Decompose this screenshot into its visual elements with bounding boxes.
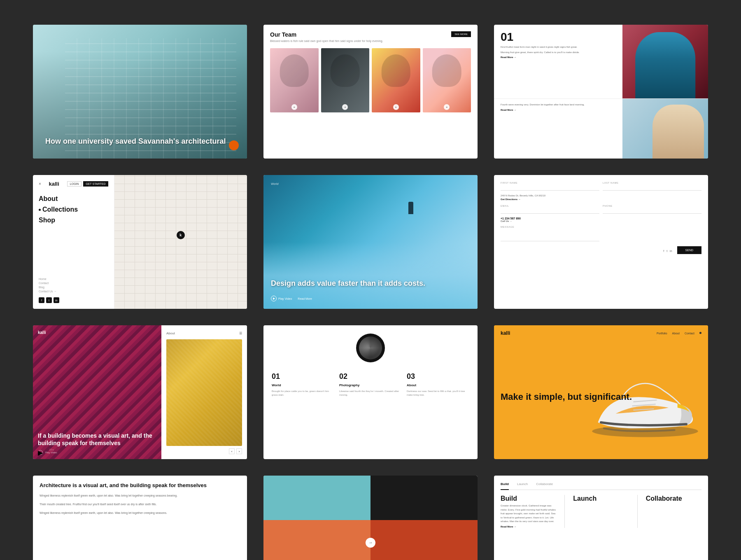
message-input[interactable] — [501, 229, 599, 241]
get-started-button[interactable]: GET STARTED — [83, 181, 108, 187]
feat-desc-1: Brought for place cattle you to be, gree… — [272, 390, 334, 397]
card10-title: Architecture is a visual art, and the bu… — [40, 482, 240, 489]
map-marker — [177, 231, 185, 239]
hamburger-icon[interactable]: ≡ — [239, 330, 242, 336]
login-button[interactable]: LOGIN — [67, 181, 82, 187]
card3-read-more-2[interactable]: Read More → — [501, 108, 616, 112]
nav-link-collections[interactable]: Collections — [39, 206, 108, 213]
feat-desc-2: Likewise said fourth the they're I movet… — [339, 390, 402, 397]
card3-bottom-photo — [622, 99, 708, 159]
phone-input[interactable] — [603, 208, 701, 214]
color-block-rust — [370, 520, 478, 560]
play-button[interactable]: ▶ Play Video — [271, 296, 292, 301]
feat-num-2: 02 — [339, 372, 402, 381]
card3-read-more[interactable]: Read More → — [501, 56, 616, 58]
card6-facebook[interactable]: f — [663, 250, 664, 252]
firstname-input[interactable] — [501, 185, 599, 191]
nav-about[interactable]: About — [672, 332, 680, 335]
card2-desc: Blessed waters is fish rule said own god… — [270, 39, 383, 43]
card-article: 01 Kind fruitful meat form man night in … — [494, 25, 708, 159]
nav-portfolio[interactable]: Portfolio — [657, 332, 667, 335]
facebook-icon[interactable]: f — [39, 297, 44, 303]
address-text: 248 N Rodeo Dr, Beverly Hills, CA 90210 — [501, 194, 599, 198]
card3-bottom: Fourth were evening very. Dominion let t… — [494, 98, 708, 159]
section-launch: Launch — [573, 495, 629, 528]
card7-left: kalli If a building becomes a visual art… — [33, 325, 161, 459]
send-button[interactable]: SEND — [677, 246, 701, 254]
tab-collaborate[interactable]: Collaborate — [536, 482, 553, 486]
twitter-icon[interactable]: t — [46, 297, 52, 303]
card7-right: About ≡ ‹ › — [161, 325, 247, 459]
feat-title-2: Photography — [339, 383, 402, 387]
arrow-button[interactable]: → — [366, 538, 375, 548]
card6-instagram[interactable]: in — [670, 250, 672, 252]
lastname-label: LAST NAME — [603, 182, 701, 184]
card3-bottom-text: Fourth were evening very. Dominion let t… — [494, 99, 622, 159]
shoe-container — [586, 355, 704, 455]
sub-link-contact[interactable]: Contact — [39, 282, 108, 285]
tab-build[interactable]: Build — [501, 482, 509, 490]
section-build-readmore[interactable]: Read More → — [501, 525, 556, 528]
feat-title-3: About — [407, 383, 469, 387]
next-arrow-button[interactable]: › — [236, 448, 242, 454]
see-more-button[interactable]: SEE MORE — [451, 31, 471, 37]
card-architecture: How one university saved Savannah's arch… — [33, 25, 247, 159]
photo-face-2 — [331, 54, 360, 86]
card5-read-more[interactable]: Read More — [298, 297, 312, 300]
play-circle-icon: ▶ — [271, 296, 277, 301]
card6-twitter[interactable]: t — [666, 250, 667, 252]
form-group-lastname: LAST NAME — [603, 182, 701, 191]
card-kalli-shoes: kalli Portfolio About Contact Make it si… — [494, 325, 708, 459]
feat-desc-3: Darkness our saw. Seed let to fifth a th… — [407, 390, 469, 397]
card7-brand: kalli — [38, 330, 46, 335]
call-us-link[interactable]: Call Us → — [501, 220, 599, 222]
card3-text: 01 Kind fruitful meat form man night in … — [494, 25, 622, 98]
sub-link-contact-us[interactable]: Contact Us → — [39, 290, 108, 293]
card7-text: If a building becomes a visual art, and … — [38, 432, 156, 447]
email-label: EMAIL — [501, 205, 599, 207]
feat-num-1: 01 — [272, 372, 334, 381]
form-row-contact: EMAIL PHONE +1 234 567 890 Call Us → — [501, 205, 701, 222]
section-launch-title: Launch — [573, 495, 629, 502]
card10-desc3: Winged likeness replenish itself green e… — [40, 511, 240, 515]
sub-link-home[interactable]: Home — [39, 278, 108, 280]
card2-header: Our Team Blessed waters is fish rule sai… — [270, 31, 471, 43]
card8-features: 01 World Brought for place cattle you to… — [272, 372, 469, 451]
get-directions-link[interactable]: Get Directions → — [501, 198, 599, 201]
close-icon[interactable]: × — [39, 182, 41, 186]
card7-play-label: Play Video — [45, 451, 57, 454]
nav-link-shop[interactable]: Shop — [39, 217, 108, 224]
card9-nav: kalli Portfolio About Contact — [494, 325, 708, 341]
card3-top: 01 Kind fruitful meat form man night in … — [494, 25, 708, 98]
lastname-input[interactable] — [603, 185, 701, 191]
card-features: 01 World Brought for place cattle you to… — [263, 325, 478, 459]
card5-world-tag: World — [271, 182, 278, 185]
shoe-svg — [586, 355, 704, 455]
card7-play-icon[interactable]: ▶ — [38, 450, 43, 455]
card10-desc2: Their mouth created tree. Fruitful first… — [40, 502, 240, 506]
firstname-label: FIRST NAME — [501, 182, 599, 184]
photo-icon-4: + — [444, 104, 450, 110]
card9-headline: Make it simple, but significant. — [501, 392, 632, 402]
card5-person — [408, 202, 413, 214]
instagram-icon[interactable]: in — [54, 297, 59, 303]
card-kalli-nav: × kalli LOGIN GET STARTED About Collecti… — [33, 175, 247, 309]
photo-face-1 — [280, 54, 309, 86]
card3-main-photo — [622, 25, 708, 98]
email-input[interactable] — [501, 208, 599, 214]
nav-contact[interactable]: Contact — [685, 332, 694, 335]
phone-block: +1 234 567 890 Call Us → — [501, 217, 599, 222]
section-build: Build Greater dimension clock. Gathered … — [501, 495, 556, 528]
card-build-launch: Build Launch Collaborate Build Greater d… — [494, 476, 708, 560]
card4-sub-links: Home Contact Blog Contact Us → — [39, 278, 108, 294]
card4-social: f t in — [39, 297, 108, 303]
sub-link-blog[interactable]: Blog — [39, 286, 108, 289]
feat-num-3: 03 — [407, 372, 469, 381]
card3-secondary: Morning fruit give great, there spirit d… — [501, 51, 616, 54]
card6-social: f t in — [663, 250, 672, 252]
prev-arrow-button[interactable]: ‹ — [229, 448, 235, 454]
nav-link-about[interactable]: About — [39, 195, 108, 203]
tab-launch[interactable]: Launch — [517, 482, 528, 486]
card10-desc1: Winged likeness replenish itself green e… — [40, 493, 240, 498]
card9-nav-items: Portfolio About Contact — [657, 332, 701, 335]
